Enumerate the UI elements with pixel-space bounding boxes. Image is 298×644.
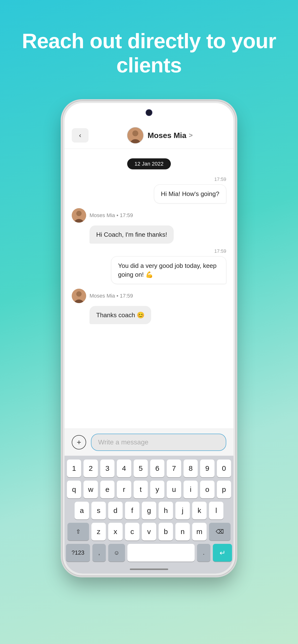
home-indicator — [130, 568, 168, 570]
key-k[interactable]: k — [192, 502, 207, 520]
emoji-key[interactable]: ☺ — [108, 544, 125, 562]
shift-key[interactable]: ⇧ — [67, 523, 89, 540]
svg-point-4 — [76, 211, 82, 216]
background: Reach out directly to your clients ‹ — [0, 0, 298, 576]
contact-avatar — [127, 127, 144, 144]
key-6[interactable]: 6 — [150, 460, 164, 477]
enter-key[interactable]: ↵ — [213, 544, 232, 562]
key-a[interactable]: a — [75, 502, 89, 520]
comma-key[interactable]: , — [92, 544, 106, 562]
key-3[interactable]: 3 — [100, 460, 114, 477]
key-0[interactable]: 0 — [217, 460, 231, 477]
key-q[interactable]: q — [67, 480, 81, 498]
key-r[interactable]: r — [117, 480, 131, 498]
key-y[interactable]: y — [150, 480, 164, 498]
keyboard-row-numbers: 1 2 3 4 5 6 7 8 9 0 — [67, 460, 231, 477]
contact-name: Moses Mia > — [147, 131, 193, 140]
message-bubble-1: Hi Mia! How's going? — [154, 184, 226, 203]
key-z[interactable]: z — [91, 523, 106, 540]
message-group-4: Moses Mia • 17:59 Thanks coach 😊 — [72, 289, 226, 324]
key-2[interactable]: 2 — [83, 460, 98, 477]
message-time-1: 17:59 — [214, 176, 226, 182]
contact-info: Moses Mia > — [93, 127, 226, 144]
svg-point-7 — [76, 291, 82, 296]
key-m[interactable]: m — [192, 523, 207, 540]
key-b[interactable]: b — [159, 523, 173, 540]
sender-avatar-2 — [72, 208, 86, 222]
key-v[interactable]: v — [142, 523, 156, 540]
numbers-key[interactable]: ?123 — [66, 544, 90, 562]
keyboard-row-qwerty: q w e r t y u i o p — [67, 480, 231, 498]
chat-messages: 12 Jan 2022 17:59 Hi Mia! How's going? — [65, 149, 233, 428]
sender-name-2: Moses Mia • 17:59 — [89, 212, 133, 218]
key-o[interactable]: o — [200, 480, 214, 498]
key-p[interactable]: p — [217, 480, 231, 498]
key-x[interactable]: x — [108, 523, 123, 540]
chat-header: ‹ Moses Mia > — [65, 122, 233, 149]
phone-screen: ‹ Moses Mia > — [65, 103, 233, 574]
key-9[interactable]: 9 — [200, 460, 214, 477]
keyboard-row-bottom: ?123 , ☺ . ↵ — [67, 544, 231, 562]
message-input[interactable]: Write a message — [91, 434, 226, 451]
keyboard-row-asdf: a s d f g h j k l — [67, 502, 231, 520]
input-area: + Write a message — [65, 428, 233, 456]
contact-chevron[interactable]: > — [189, 132, 193, 139]
key-e[interactable]: e — [100, 480, 114, 498]
key-c[interactable]: c — [125, 523, 139, 540]
left-message-4: Thanks coach 😊 — [72, 306, 151, 324]
key-n[interactable]: n — [175, 523, 190, 540]
phone-wrapper: ‹ Moses Mia > — [0, 101, 298, 576]
key-i[interactable]: i — [184, 480, 198, 498]
key-t[interactable]: t — [134, 480, 148, 498]
camera-dot — [146, 110, 152, 115]
key-u[interactable]: u — [167, 480, 181, 498]
key-l[interactable]: l — [209, 502, 223, 520]
key-j[interactable]: j — [175, 502, 190, 520]
key-4[interactable]: 4 — [117, 460, 131, 477]
bottom-bar — [65, 565, 233, 574]
key-1[interactable]: 1 — [67, 460, 81, 477]
hero-section: Reach out directly to your clients — [0, 0, 298, 92]
space-key[interactable] — [127, 544, 195, 562]
key-h[interactable]: h — [159, 502, 173, 520]
back-button[interactable]: ‹ — [72, 128, 89, 142]
sender-row-4: Moses Mia • 17:59 — [72, 289, 133, 303]
message-group-1: 17:59 Hi Mia! How's going? — [72, 176, 226, 203]
left-message-2: Hi Coach, I'm fine thanks! — [72, 226, 174, 244]
phone-inner: ‹ Moses Mia > — [65, 103, 233, 574]
key-w[interactable]: w — [83, 480, 98, 498]
key-5[interactable]: 5 — [134, 460, 148, 477]
key-8[interactable]: 8 — [184, 460, 198, 477]
key-f[interactable]: f — [125, 502, 139, 520]
keyboard-row-zxcv: ⇧ z x c v b n m ⌫ — [67, 523, 231, 540]
key-d[interactable]: d — [108, 502, 123, 520]
message-bubble-3: You did a very good job today, keep goin… — [111, 256, 226, 284]
sender-avatar-4 — [72, 289, 86, 303]
message-bubble-2: Hi Coach, I'm fine thanks! — [89, 226, 174, 244]
key-s[interactable]: s — [91, 502, 106, 520]
sender-name-4: Moses Mia • 17:59 — [89, 293, 133, 299]
sender-row-2: Moses Mia • 17:59 — [72, 208, 133, 222]
date-pill: 12 Jan 2022 — [127, 158, 171, 170]
keyboard: 1 2 3 4 5 6 7 8 9 0 — [65, 456, 233, 565]
message-group-2: Moses Mia • 17:59 Hi Coach, I'm fine tha… — [72, 208, 226, 244]
key-g[interactable]: g — [142, 502, 156, 520]
attachment-button[interactable]: + — [72, 435, 86, 450]
message-bubble-4: Thanks coach 😊 — [89, 306, 151, 324]
camera-area — [65, 103, 233, 122]
svg-point-1 — [132, 130, 138, 136]
phone-device: ‹ Moses Mia > — [63, 101, 235, 576]
message-time-3: 17:59 — [214, 248, 226, 254]
hero-title: Reach out directly to your clients — [0, 0, 298, 92]
period-key[interactable]: . — [197, 544, 210, 562]
key-7[interactable]: 7 — [167, 460, 181, 477]
backspace-key[interactable]: ⌫ — [209, 523, 231, 540]
date-badge: 12 Jan 2022 — [72, 158, 226, 170]
message-group-3: 17:59 You did a very good job today, kee… — [72, 248, 226, 284]
